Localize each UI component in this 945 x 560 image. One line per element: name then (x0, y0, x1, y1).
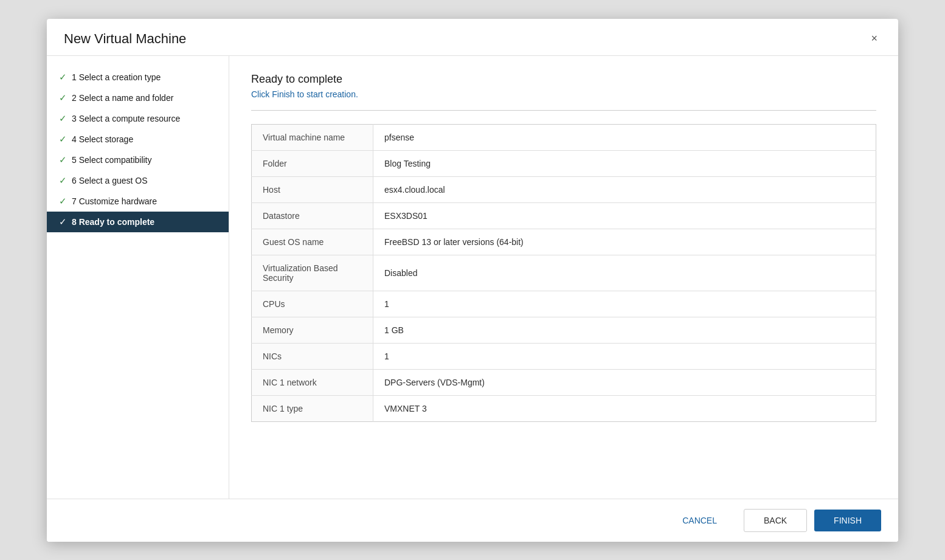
sidebar-item-step4[interactable]: ✓4 Select storage (47, 129, 229, 150)
row-value: DPG-Servers (VDS-Mgmt) (373, 369, 876, 395)
sidebar-item-label: 4 Select storage (72, 134, 133, 144)
section-title: Ready to complete (251, 73, 876, 86)
row-value: 1 GB (373, 317, 876, 343)
row-value: ESX3DS01 (373, 202, 876, 229)
dialog-footer: CANCEL BACK FINISH (47, 499, 898, 542)
main-content: Ready to complete Click Finish to start … (229, 56, 898, 499)
sidebar-item-step8[interactable]: ✓8 Ready to complete (47, 212, 229, 232)
check-icon: ✓ (59, 92, 67, 103)
row-label: Host (252, 176, 373, 202)
sidebar-item-label: 3 Select a compute resource (72, 114, 180, 123)
sidebar-item-label: 8 Ready to complete (72, 217, 154, 227)
table-row: NICs1 (252, 343, 876, 369)
check-icon: ✓ (59, 154, 67, 165)
row-value: 1 (373, 343, 876, 369)
sidebar-item-label: 5 Select compatibility (72, 155, 152, 165)
table-row: Guest OS nameFreeBSD 13 or later version… (252, 229, 876, 255)
sidebar: ✓1 Select a creation type✓2 Select a nam… (47, 56, 229, 499)
row-label: NIC 1 network (252, 369, 373, 395)
check-icon: ✓ (59, 196, 67, 207)
table-row: Hostesx4.cloud.local (252, 176, 876, 202)
check-icon: ✓ (59, 175, 67, 186)
row-label: Virtual machine name (252, 124, 373, 150)
row-value: VMXNET 3 (373, 395, 876, 421)
sidebar-item-step6[interactable]: ✓6 Select a guest OS (47, 170, 229, 191)
table-row: Memory1 GB (252, 317, 876, 343)
row-label: CPUs (252, 291, 373, 317)
section-subtitle: Click Finish to start creation. (251, 89, 876, 99)
row-label: Guest OS name (252, 229, 373, 255)
dialog-title: New Virtual Machine (64, 31, 186, 47)
row-value: 1 (373, 291, 876, 317)
table-row: NIC 1 typeVMXNET 3 (252, 395, 876, 421)
check-icon: ✓ (59, 134, 67, 145)
row-label: Memory (252, 317, 373, 343)
row-value: pfsense (373, 124, 876, 150)
sidebar-item-label: 7 Customize hardware (72, 196, 157, 206)
row-value: FreeBSD 13 or later versions (64-bit) (373, 229, 876, 255)
back-button[interactable]: BACK (744, 509, 807, 532)
check-icon: ✓ (59, 72, 67, 83)
table-row: FolderBlog Testing (252, 150, 876, 176)
row-value: Blog Testing (373, 150, 876, 176)
section-divider (251, 110, 876, 111)
dialog-header: New Virtual Machine × (47, 19, 898, 56)
close-icon: × (871, 32, 878, 45)
table-row: CPUs1 (252, 291, 876, 317)
table-row: Virtualization Based SecurityDisabled (252, 255, 876, 291)
check-icon: ✓ (59, 113, 67, 124)
sidebar-item-label: 1 Select a creation type (72, 72, 161, 82)
sidebar-item-step5[interactable]: ✓5 Select compatibility (47, 150, 229, 170)
close-button[interactable]: × (867, 31, 881, 46)
sidebar-item-label: 6 Select a guest OS (72, 176, 148, 185)
row-label: Virtualization Based Security (252, 255, 373, 291)
row-label: NICs (252, 343, 373, 369)
sidebar-item-step1[interactable]: ✓1 Select a creation type (47, 67, 229, 88)
sidebar-item-step7[interactable]: ✓7 Customize hardware (47, 191, 229, 212)
summary-table: Virtual machine namepfsenseFolderBlog Te… (251, 124, 876, 422)
new-vm-dialog: New Virtual Machine × ✓1 Select a creati… (47, 19, 898, 542)
sidebar-item-label: 2 Select a name and folder (72, 93, 173, 103)
sidebar-item-step2[interactable]: ✓2 Select a name and folder (47, 88, 229, 108)
row-label: Folder (252, 150, 373, 176)
cancel-button[interactable]: CANCEL (663, 510, 736, 531)
dialog-body: ✓1 Select a creation type✓2 Select a nam… (47, 56, 898, 499)
row-label: NIC 1 type (252, 395, 373, 421)
table-row: NIC 1 networkDPG-Servers (VDS-Mgmt) (252, 369, 876, 395)
row-label: Datastore (252, 202, 373, 229)
finish-button[interactable]: FINISH (814, 510, 881, 531)
check-icon: ✓ (59, 216, 67, 227)
table-row: DatastoreESX3DS01 (252, 202, 876, 229)
sidebar-item-step3[interactable]: ✓3 Select a compute resource (47, 108, 229, 129)
row-value: esx4.cloud.local (373, 176, 876, 202)
row-value: Disabled (373, 255, 876, 291)
table-row: Virtual machine namepfsense (252, 124, 876, 150)
